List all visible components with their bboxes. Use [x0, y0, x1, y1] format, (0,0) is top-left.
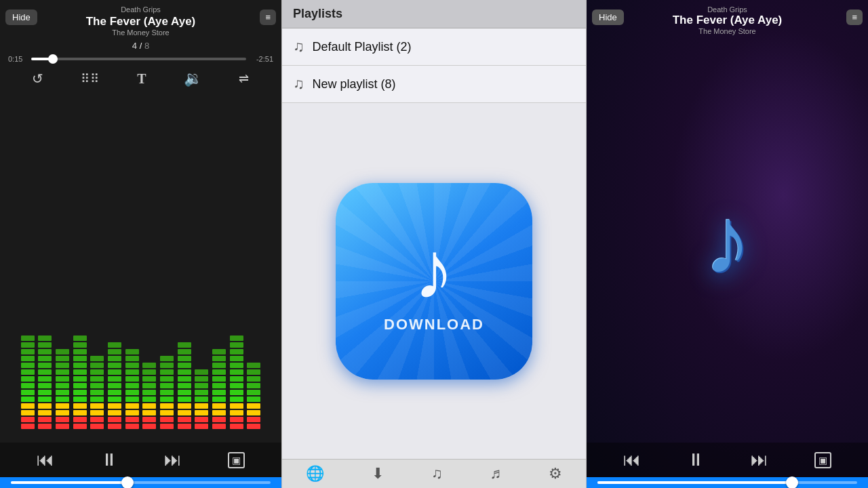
eq-segment [21, 396, 35, 402]
eq-segment [73, 390, 87, 395]
repeat-button[interactable]: ↺ [32, 70, 43, 87]
progress-track[interactable] [31, 58, 246, 60]
airplay-button-left[interactable]: ▣ [228, 452, 245, 468]
eq-segment [195, 390, 208, 395]
tab-globe[interactable]: 🌐 [306, 465, 324, 483]
tab-settings[interactable]: ⚙ [549, 465, 562, 483]
eq-segment [73, 376, 87, 382]
progress-thumb [48, 54, 58, 64]
eq-segment [38, 376, 52, 382]
eq-segment [21, 363, 35, 368]
eq-segment [230, 396, 243, 402]
eq-segment [73, 369, 87, 375]
prev-button-right[interactable]: ⏮ [623, 449, 641, 470]
eq-segment [90, 417, 104, 422]
next-button-right[interactable]: ⏭ [751, 449, 768, 470]
eq-segment [108, 396, 121, 402]
menu-button-left[interactable]: ≡ [260, 9, 276, 25]
eq-segment [38, 336, 52, 341]
lyrics-button[interactable]: T [137, 71, 146, 87]
pause-button-right[interactable]: ⏸ [687, 449, 705, 470]
prev-button-left[interactable]: ⏮ [37, 449, 54, 470]
eq-segment [108, 342, 121, 348]
hide-button-left[interactable]: Hide [5, 9, 37, 25]
hide-button-right[interactable]: Hide [592, 9, 624, 25]
eq-segment [56, 403, 69, 409]
eq-segment [178, 410, 191, 415]
eq-segment [178, 349, 191, 354]
equalizer-button[interactable]: ⠿⠿ [81, 71, 100, 86]
eq-segment [230, 424, 243, 429]
eq-segment [178, 376, 191, 382]
eq-segment [90, 363, 104, 368]
eq-segment [247, 390, 260, 395]
eq-segment [212, 356, 226, 361]
eq-segment [230, 356, 243, 361]
eq-segment [38, 424, 52, 429]
eq-bar-4 [90, 293, 105, 429]
next-button-left[interactable]: ⏭ [164, 449, 182, 470]
eq-segment [38, 356, 52, 361]
eq-segment [125, 363, 139, 368]
eq-segment [195, 417, 208, 422]
eq-segment [178, 356, 191, 361]
eq-segment [38, 390, 52, 395]
eq-segment [90, 356, 104, 361]
eq-segment [212, 349, 226, 354]
volume-track-left[interactable] [11, 481, 271, 484]
left-header: Hide Death Grips The Fever (Aye Aye) The… [0, 0, 281, 39]
eq-segment [230, 349, 243, 354]
eq-segment [90, 390, 104, 395]
track-total: 8 [144, 41, 149, 51]
eq-bar-0 [20, 293, 35, 429]
tab-playlist[interactable]: ♫ [431, 465, 443, 483]
eq-segment [56, 396, 69, 402]
download-section: ♪ DOWNLOAD [282, 103, 586, 459]
eq-segment [73, 424, 87, 429]
playlist-item-new[interactable]: ♫ New playlist (8) [282, 66, 586, 103]
music-note-3d-icon: ♪ [704, 186, 751, 296]
right-playback-controls: ⏮ ⏸ ⏭ ▣ [587, 443, 868, 477]
eq-segment [125, 376, 139, 382]
eq-segment [160, 356, 174, 361]
eq-segment [230, 336, 243, 341]
eq-segment [142, 410, 156, 415]
tab-queue[interactable]: ♬ [490, 465, 502, 483]
right-song-title: The Fever (Aye Aye) [593, 14, 861, 27]
eq-segment [38, 410, 52, 415]
menu-button-right[interactable]: ≡ [846, 9, 863, 25]
eq-segment [160, 403, 174, 409]
right-volume-row [587, 477, 868, 488]
shuffle-button[interactable]: ⇌ [239, 71, 249, 86]
eq-segment [230, 369, 243, 375]
eq-segment [56, 390, 69, 395]
eq-bar-2 [55, 293, 70, 429]
eq-segment [73, 342, 87, 348]
eq-segment [56, 369, 69, 375]
volume-track-right[interactable] [597, 481, 857, 484]
eq-segment [212, 383, 226, 388]
download-button[interactable]: ♪ DOWNLOAD [336, 183, 532, 380]
right-header: Hide Death Grips The Fever (Aye Aye) The… [587, 0, 868, 38]
pause-button-left[interactable]: ⏸ [100, 449, 118, 470]
center-panel: Playlists ♫ Default Playlist (2) ♫ New p… [281, 0, 587, 488]
airplay-button-right[interactable]: ▣ [814, 452, 831, 468]
eq-segment [125, 396, 139, 402]
tab-download[interactable]: ⬇ [372, 465, 384, 483]
playlist-item-default[interactable]: ♫ Default Playlist (2) [282, 28, 586, 66]
volume-button[interactable]: 🔉 [184, 70, 202, 87]
eq-segment [21, 349, 35, 354]
eq-segment [142, 417, 156, 422]
eq-segment [108, 417, 121, 422]
eq-segment [21, 424, 35, 429]
eq-segment [178, 390, 191, 395]
eq-segment [38, 369, 52, 375]
equalizer-display [0, 92, 281, 443]
eq-segment [73, 336, 87, 341]
eq-segment [142, 424, 156, 429]
controls-row: ↺ ⠿⠿ T 🔉 ⇌ [0, 66, 281, 92]
eq-segment [108, 356, 121, 361]
eq-segment [212, 390, 226, 395]
eq-segment [108, 410, 121, 415]
volume-thumb-left [121, 476, 134, 488]
